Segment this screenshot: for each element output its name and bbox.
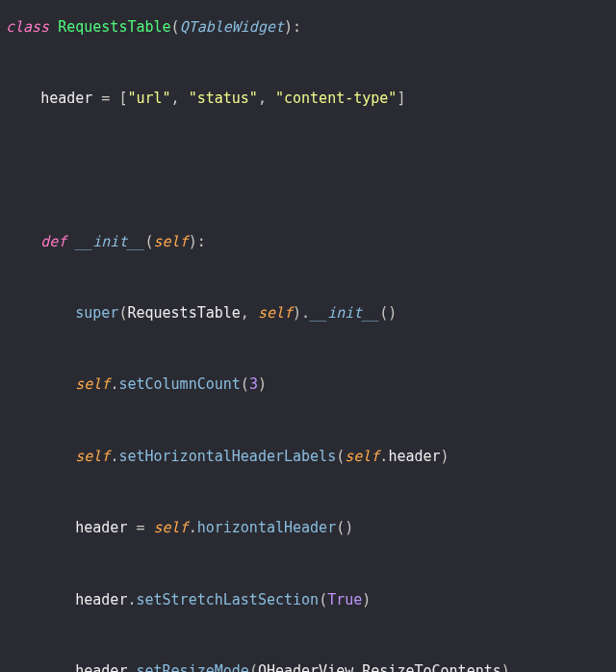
method-call: setColumnCount: [118, 375, 240, 393]
function-name: __init__: [75, 233, 144, 250]
code-line: [6, 627, 610, 645]
code-line: [6, 555, 610, 573]
code-line: header = self.horizontalHeader(): [6, 519, 610, 537]
method-call: setResizeMode: [136, 662, 248, 672]
string-literal: "url": [127, 90, 170, 107]
code-line: [6, 197, 610, 216]
code-line: class RequestsTable(QTableWidget):: [6, 18, 610, 37]
code-line: header = ["url", "status", "content-type…: [6, 90, 610, 108]
code-line: self.setHorizontalHeaderLabels(self.head…: [6, 448, 610, 466]
base-class: QTableWidget: [180, 18, 284, 36]
boolean-literal: True: [327, 591, 362, 608]
param-self: self: [154, 233, 189, 250]
string-literal: "content-type": [275, 90, 397, 107]
code-line: self.setColumnCount(3): [6, 375, 610, 394]
number-literal: 3: [249, 375, 258, 393]
identifier: header: [40, 90, 92, 107]
string-literal: "status": [189, 90, 258, 107]
code-line: super(RequestsTable, self).__init__(): [6, 304, 610, 323]
class-name: RequestsTable: [58, 18, 170, 36]
code-line: [6, 483, 610, 502]
code-line: header.setStretchLastSection(True): [6, 591, 610, 609]
keyword-def: def: [40, 233, 66, 250]
code-line: [6, 340, 610, 358]
code-line: [6, 125, 610, 143]
keyword-class: class: [6, 18, 49, 36]
method-call: horizontalHeader: [197, 519, 337, 536]
builtin-super: super: [75, 304, 118, 322]
code-editor[interactable]: class RequestsTable(QTableWidget): heade…: [0, 0, 616, 672]
method-call: setStretchLastSection: [136, 591, 319, 608]
code-line: header.setResizeMode(QHeaderView.ResizeT…: [6, 662, 610, 672]
code-line: [6, 412, 610, 430]
code-line: [6, 161, 610, 179]
code-line: [6, 269, 610, 287]
code-line: def __init__(self):: [6, 233, 610, 251]
method-call: setHorizontalHeaderLabels: [118, 448, 336, 465]
code-line: [6, 54, 610, 72]
